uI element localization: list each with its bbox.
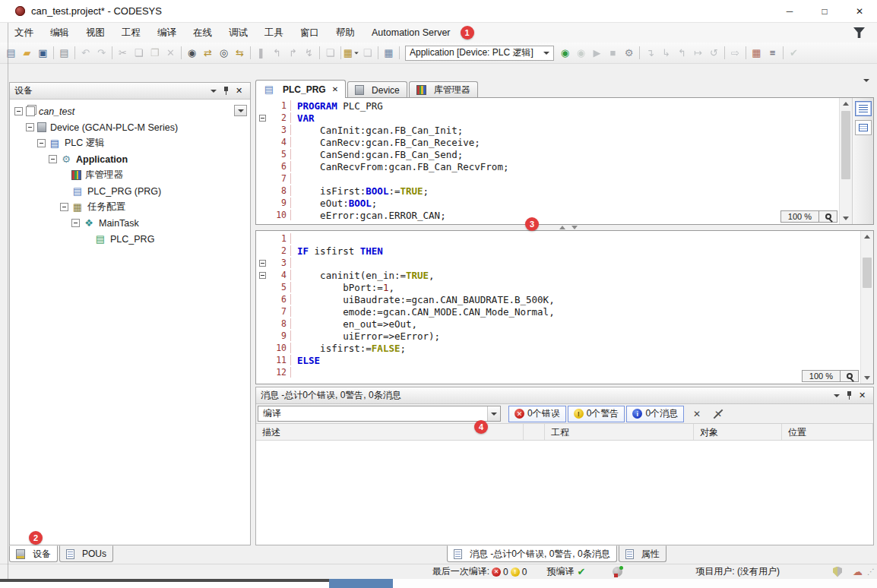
replace-in-project-icon[interactable]: ⇆ [232, 45, 248, 62]
security-shield-icon[interactable] [833, 567, 842, 577]
messages-filter-button[interactable]: i0个消息 [626, 406, 684, 422]
warnings-filter-button[interactable]: !0个警告 [568, 406, 625, 422]
toggle-bookmark-icon[interactable]: ❚ [253, 45, 269, 62]
dock-tab--[interactable]: 设备 [9, 545, 58, 562]
declaration-code[interactable]: 1PROGRAM PLC_PRG2VAR3 CanInit:gcan.FB_Ca… [256, 98, 839, 224]
reset-warm-icon[interactable]: ↺ [706, 45, 722, 62]
menu-item-7[interactable]: 调试 [220, 24, 256, 43]
menu-item-11[interactable]: Automation Server [363, 24, 459, 41]
messages-pin-icon[interactable] [843, 390, 856, 402]
combo-dropdown-icon[interactable] [543, 52, 549, 55]
filter-funnel-icon[interactable] [853, 27, 865, 38]
dock-tab-pous[interactable]: POUs [59, 545, 113, 562]
close-button[interactable]: ✕ [842, 0, 877, 23]
fold-collapse-icon[interactable] [259, 260, 266, 267]
fold-collapse-icon[interactable] [259, 272, 266, 279]
tree-item-can-test[interactable]: can_test [11, 103, 249, 119]
declaration-zoom-icon[interactable] [819, 210, 837, 223]
tree-item-plc-prg-prg-[interactable]: ▤PLC_PRG (PRG) [11, 183, 249, 199]
export-object-icon[interactable]: ❏ [359, 45, 375, 62]
next-bookmark-icon[interactable]: ↱ [285, 45, 301, 62]
step-over-icon[interactable]: ↴ [642, 45, 658, 62]
tab-close-icon[interactable]: ✕ [332, 85, 338, 93]
find-in-project-icon[interactable]: ◎ [216, 45, 232, 62]
save-icon[interactable]: ▣ [35, 45, 51, 62]
step-out-icon[interactable]: ↰ [674, 45, 690, 62]
column-header-位置[interactable]: 位置 [782, 424, 873, 440]
delete-icon[interactable]: ✕ [163, 45, 179, 62]
tree-expander-icon[interactable] [60, 203, 68, 211]
editor-tab-plc-prg[interactable]: ▤PLC_PRG✕ [255, 80, 346, 98]
fold-collapse-icon[interactable] [259, 115, 266, 122]
tree-expander-icon[interactable] [71, 219, 80, 227]
implementation-code[interactable]: 12IF isfirst THEN34 caninit(en_in:=TRUE,… [256, 231, 860, 384]
new-object-icon[interactable]: ▦ [344, 45, 359, 62]
devices-close-icon[interactable]: ✕ [233, 85, 245, 97]
devices-pin-icon[interactable] [220, 85, 233, 97]
redo-icon[interactable]: ↷ [93, 45, 109, 62]
dock-tab--[interactable]: 属性 [619, 545, 666, 562]
devices-dropdown-icon[interactable] [207, 85, 220, 97]
menu-item-6[interactable]: 在线 [185, 24, 220, 43]
implementation-scrollbar[interactable] [860, 231, 873, 384]
tree-item-maintask[interactable]: ❖MainTask [11, 215, 249, 231]
errors-filter-button[interactable]: ✕0个错误 [508, 406, 566, 422]
previous-bookmark-icon[interactable]: ↰ [269, 45, 285, 62]
login-icon[interactable]: ◉ [557, 45, 573, 62]
message-category-combobox[interactable]: 编译 [258, 406, 501, 422]
tree-item-plc-prg[interactable]: ▤PLC_PRG [11, 231, 249, 247]
menu-item-2[interactable]: 编辑 [42, 24, 78, 43]
breakpoint-settings-icon[interactable]: ⚙ [621, 45, 637, 62]
tree-item--[interactable]: 库管理器 [11, 167, 249, 183]
menu-item-3[interactable]: 视图 [78, 24, 113, 43]
column-header-对象[interactable]: 对象 [694, 424, 782, 440]
breakpoints-view-icon[interactable]: ▦ [749, 45, 765, 62]
cloud-status-icon[interactable]: ☁ [853, 566, 863, 577]
undo-icon[interactable]: ↶ [78, 45, 93, 62]
multi-paste-icon[interactable]: ❏ [322, 45, 338, 62]
messages-close-icon[interactable]: ✕ [856, 390, 869, 402]
print-icon[interactable]: ▤ [56, 45, 72, 62]
new-object-dropdown-icon[interactable] [354, 52, 359, 54]
force-values-icon[interactable]: ⇨ [727, 45, 743, 62]
tree-item--[interactable]: ▦任务配置 [11, 199, 249, 215]
tree-item-device-gcan-plc-m-series-[interactable]: Device (GCAN-PLC-M Series) [11, 119, 249, 135]
menu-item-10[interactable]: 帮助 [328, 24, 363, 43]
resize-grip[interactable]: ⋰ [867, 567, 875, 576]
message-category-dropdown-icon[interactable] [487, 406, 500, 421]
paste-icon[interactable]: ❐ [147, 45, 163, 62]
new-file-icon[interactable]: ▤ [3, 45, 19, 62]
clear-bookmarks-icon[interactable]: ↯ [301, 45, 317, 62]
stop-icon[interactable]: ■ [605, 45, 621, 62]
editor-tab-device[interactable]: Device [347, 81, 407, 98]
cut-icon[interactable]: ✂ [115, 45, 131, 62]
declaration-scrollbar[interactable] [839, 98, 852, 224]
clear-message-button[interactable]: ✕ [689, 406, 705, 422]
textual-declaration-button[interactable] [855, 101, 872, 116]
tree-item-application[interactable]: ⚙Application [11, 151, 249, 167]
tree-expander-icon[interactable] [49, 155, 57, 163]
object-grid-icon[interactable]: ▦ [381, 45, 397, 62]
tree-expander-icon[interactable] [26, 123, 34, 131]
tree-item-plc-[interactable]: ▤PLC 逻辑 [11, 135, 249, 151]
find-icon[interactable]: ◉ [184, 45, 200, 62]
replace-icon[interactable]: ⇄ [200, 45, 216, 62]
device-tree-root-dropdown[interactable] [234, 105, 247, 116]
column-header-工程[interactable]: 工程 [545, 424, 694, 440]
implementation-zoom-icon[interactable] [841, 370, 859, 382]
menu-item-5[interactable]: 编译 [149, 24, 185, 43]
editor-tab--[interactable]: 库管理器 [409, 81, 478, 98]
column-header-spacer[interactable] [524, 424, 545, 440]
menu-item-8[interactable]: 工具 [256, 24, 292, 43]
tabular-declaration-button[interactable] [855, 120, 872, 135]
active-application-combobox[interactable]: Application [Device: PLC 逻辑] [405, 46, 554, 61]
run-to-cursor-icon[interactable]: ↦ [690, 45, 706, 62]
menu-item-1[interactable]: 文件 [6, 24, 42, 43]
menu-item-4[interactable]: 工程 [113, 24, 149, 43]
tree-expander-icon[interactable] [37, 139, 46, 147]
dock-tab--0-0-0-[interactable]: 消息 -总计0个错误, 0警告, 0条消息 [447, 545, 617, 562]
logout-icon[interactable]: ◉ [573, 45, 589, 62]
flow-control-icon[interactable]: ≡ [765, 45, 780, 62]
generate-code-icon[interactable]: ✔ [786, 45, 802, 62]
open-file-icon[interactable]: ▰ [19, 45, 35, 62]
